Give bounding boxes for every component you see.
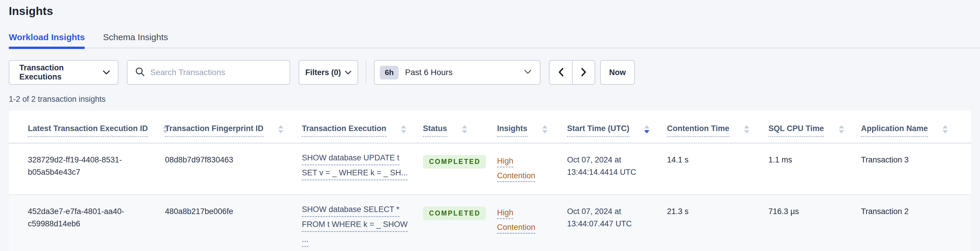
fingerprint-id-cell: 480a8b217be006fe xyxy=(165,195,302,251)
sort-icon[interactable] xyxy=(400,125,407,134)
chevron-down-icon xyxy=(345,68,352,77)
transaction-execution-link[interactable]: FROM t WHERE k = _ SHOW xyxy=(302,221,408,232)
search-box xyxy=(127,60,290,85)
chevron-left-icon xyxy=(557,67,565,78)
tab-schema-insights[interactable]: Schema Insights xyxy=(103,32,168,48)
contention-time-cell: 21.3 s xyxy=(667,195,768,251)
insight-high-contention-link[interactable]: High Contention xyxy=(497,206,542,235)
transaction-execution-cell: SHOW database UPDATE t SET v = _ WHERE k… xyxy=(302,143,423,195)
search-icon xyxy=(135,67,145,78)
time-range-label: Past 6 Hours xyxy=(405,68,452,77)
insight-high-contention-link[interactable]: High Contention xyxy=(497,154,542,183)
chevron-down-icon xyxy=(103,68,110,77)
insights-cell: High Contention xyxy=(497,195,567,251)
sort-icon[interactable] xyxy=(542,125,548,134)
toolbar-divider xyxy=(366,60,366,85)
transaction-insights-table: Latest Transaction Execution ID Transact… xyxy=(9,110,971,251)
time-range-picker[interactable]: 6h Past 6 Hours xyxy=(374,60,540,85)
now-button[interactable]: Now xyxy=(600,60,635,85)
page-title: Insights xyxy=(9,0,971,18)
time-range-next-button[interactable] xyxy=(572,61,595,84)
column-header-sql-cpu-time[interactable]: SQL CPU Time xyxy=(768,110,861,143)
start-time-cell: Oct 07, 2024 at 13:44:07.447 UTC xyxy=(567,195,667,251)
insights-cell: High Contention xyxy=(497,143,567,195)
time-range-arrows xyxy=(549,60,595,85)
column-header-application-name[interactable]: Application Name xyxy=(861,110,971,143)
chevron-down-icon xyxy=(524,69,531,76)
fingerprint-id-cell: 08d8b7d97f830463 xyxy=(165,143,302,195)
contention-time-cell: 14.1 s xyxy=(667,143,768,195)
filters-button[interactable]: Filters (0) xyxy=(299,60,358,85)
sort-icon[interactable] xyxy=(838,125,845,134)
transaction-execution-link[interactable]: SHOW database UPDATE t xyxy=(302,154,399,165)
table-row: 452da3e7-e7fa-4801-aa40-c59988d14eb6 480… xyxy=(9,195,971,251)
application-name-cell: Transaction 3 xyxy=(861,143,971,195)
time-range-prev-button[interactable] xyxy=(549,61,572,84)
toolbar: Transaction Executions Filters (0) 6h Pa… xyxy=(9,60,971,85)
latest-execution-id-cell: 452da3e7-e7fa-4801-aa40-c59988d14eb6 xyxy=(9,195,165,251)
column-header-status[interactable]: Status xyxy=(423,110,497,143)
chevron-right-icon xyxy=(580,67,588,78)
time-range-badge: 6h xyxy=(380,66,399,80)
tab-bar: Workload Insights Schema Insights xyxy=(9,32,971,48)
column-header-contention-time[interactable]: Contention Time xyxy=(667,110,768,143)
application-name-cell: Transaction 2 xyxy=(861,195,971,251)
insight-type-select-label: Transaction Executions xyxy=(19,63,103,82)
column-header-latest-transaction-execution-id[interactable]: Latest Transaction Execution ID xyxy=(9,110,165,143)
column-header-transaction-fingerprint-id[interactable]: Transaction Fingerprint ID xyxy=(165,110,302,143)
insight-type-select[interactable]: Transaction Executions xyxy=(9,60,118,85)
sql-cpu-time-cell: 1.1 ms xyxy=(768,143,861,195)
transaction-execution-link[interactable]: SHOW database SELECT * xyxy=(302,206,399,217)
search-input[interactable] xyxy=(150,68,279,77)
tab-workload-insights[interactable]: Workload Insights xyxy=(9,32,85,48)
transaction-execution-link[interactable]: ... xyxy=(302,235,309,247)
sort-icon[interactable] xyxy=(461,125,468,134)
table-row: 328729d2-ff19-4408-8531-b05a5b4e43c7 08d… xyxy=(9,143,971,195)
sql-cpu-time-cell: 716.3 µs xyxy=(768,195,861,251)
transaction-execution-link[interactable]: SET v = _ WHERE k = _ SH... xyxy=(302,169,408,180)
start-time-cell: Oct 07, 2024 at 13:44:14.4414 UTC xyxy=(567,143,667,195)
column-header-start-time[interactable]: Start Time (UTC) xyxy=(567,110,667,143)
sort-icon[interactable] xyxy=(278,125,284,134)
transaction-execution-cell: SHOW database SELECT * FROM t WHERE k = … xyxy=(302,195,423,251)
sort-icon[interactable] xyxy=(743,125,750,134)
latest-execution-id-cell: 328729d2-ff19-4408-8531-b05a5b4e43c7 xyxy=(9,143,165,195)
column-header-insights[interactable]: Insights xyxy=(497,110,567,143)
sort-icon[interactable] xyxy=(942,125,948,134)
insights-page: Insights Workload Insights Schema Insigh… xyxy=(0,0,980,251)
status-badge: COMPLETED xyxy=(423,207,486,220)
status-cell: COMPLETED xyxy=(423,143,497,195)
table-header-row: Latest Transaction Execution ID Transact… xyxy=(9,110,971,143)
filters-button-label: Filters (0) xyxy=(305,68,341,77)
status-cell: COMPLETED xyxy=(423,195,497,251)
insights-table-card: Latest Transaction Execution ID Transact… xyxy=(9,110,971,251)
column-header-transaction-execution[interactable]: Transaction Execution xyxy=(302,110,423,143)
tab-bar-divider xyxy=(9,48,980,48)
sort-icon-active-desc[interactable] xyxy=(644,125,650,134)
results-count: 1-2 of 2 transaction insights xyxy=(9,95,971,104)
status-badge: COMPLETED xyxy=(423,155,486,169)
